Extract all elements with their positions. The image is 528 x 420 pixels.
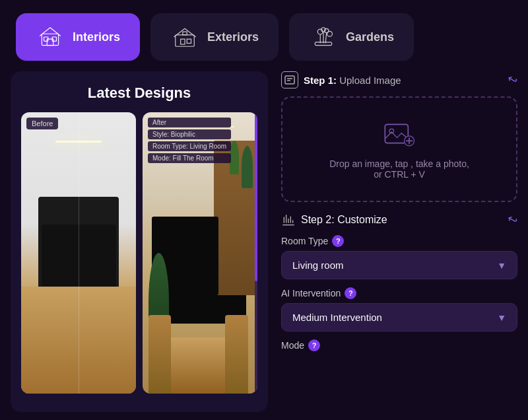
step1-label: Step 1: Upload Image xyxy=(304,75,401,86)
room-type-help-icon[interactable]: ? xyxy=(332,235,344,247)
tab-gardens-label: Gardens xyxy=(346,30,394,44)
svg-rect-5 xyxy=(181,39,185,44)
tab-exteriors[interactable]: Exteriors xyxy=(150,13,279,61)
latest-designs-title: Latest Designs xyxy=(21,85,257,102)
mode-label: Mode ? xyxy=(281,339,517,351)
svg-rect-6 xyxy=(187,39,191,43)
upload-area[interactable]: Drop an image, tap , take a photo, or CT… xyxy=(281,96,517,202)
svg-line-13 xyxy=(325,33,327,44)
scroll-indicator[interactable] xyxy=(255,112,257,281)
roomtype-tag: Room Type: Living Room xyxy=(148,141,231,151)
svg-rect-0 xyxy=(42,34,58,45)
main-layout: Latest Designs Before After Style: Bio xyxy=(0,71,528,412)
ai-intervention-value: Medium Intervention xyxy=(292,312,382,323)
tab-interiors[interactable]: Interiors xyxy=(16,13,140,61)
left-panel: Latest Designs Before After Style: Bio xyxy=(11,71,268,412)
ai-intervention-select[interactable]: Medium Intervention ▼ xyxy=(281,303,517,332)
after-tag: After xyxy=(148,118,231,127)
before-photo xyxy=(21,112,136,394)
room-type-label: Room Type ? xyxy=(281,235,517,247)
ai-intervention-label: AI Intervention ? xyxy=(281,287,517,299)
designs-grid: Before After Style: Biophilic Room Type:… xyxy=(21,112,257,394)
ai-intervention-field-group: AI Intervention ? Medium Intervention ▼ xyxy=(281,287,517,332)
svg-rect-7 xyxy=(183,32,187,35)
before-badge: Before xyxy=(26,118,58,129)
room-type-chevron: ▼ xyxy=(497,260,506,271)
room-type-value: Living room xyxy=(292,260,344,271)
tab-interiors-label: Interiors xyxy=(73,30,120,44)
exteriors-icon xyxy=(170,22,199,52)
after-tags: After Style: Biophilic Room Type: Living… xyxy=(148,118,231,163)
design-card-before[interactable]: Before xyxy=(21,112,136,394)
step2-arrow: ↩ xyxy=(505,211,521,229)
step2-label: Step 2: Customize xyxy=(301,214,387,226)
svg-rect-16 xyxy=(285,76,294,84)
tab-gardens[interactable]: Gardens xyxy=(289,13,414,61)
mode-help-icon[interactable]: ? xyxy=(308,339,320,351)
step1-arrow: ↩ xyxy=(505,71,521,89)
upload-image-icon xyxy=(383,119,416,152)
svg-point-10 xyxy=(327,31,333,36)
room-type-field-group: Room Type ? Living room ▼ xyxy=(281,235,517,279)
upload-prompt-text: Drop an image, tap , take a photo, or CT… xyxy=(327,158,472,180)
mode-tag: Mode: Fill The Room xyxy=(148,153,231,163)
tab-exteriors-label: Exteriors xyxy=(207,30,259,44)
room-type-select[interactable]: Living room ▼ xyxy=(281,251,517,279)
step1-icon xyxy=(281,71,298,88)
top-navigation: Interiors Exteriors xyxy=(0,0,528,71)
interiors-icon xyxy=(36,22,65,52)
step2-icon xyxy=(281,213,296,227)
style-tag: Style: Biophilic xyxy=(148,129,231,139)
mode-field-group: Mode ? xyxy=(281,339,517,351)
gardens-icon xyxy=(309,22,338,52)
ai-intervention-chevron: ▼ xyxy=(497,312,506,323)
step2-header: Step 2: Customize ↩ xyxy=(281,213,517,227)
ai-intervention-help-icon[interactable]: ? xyxy=(345,287,356,299)
right-panel: Step 1: Upload Image ↩ Drop an image, ta… xyxy=(268,71,517,412)
design-card-after[interactable]: After Style: Biophilic Room Type: Living… xyxy=(143,112,257,394)
step1-header: Step 1: Upload Image ↩ xyxy=(281,71,517,88)
